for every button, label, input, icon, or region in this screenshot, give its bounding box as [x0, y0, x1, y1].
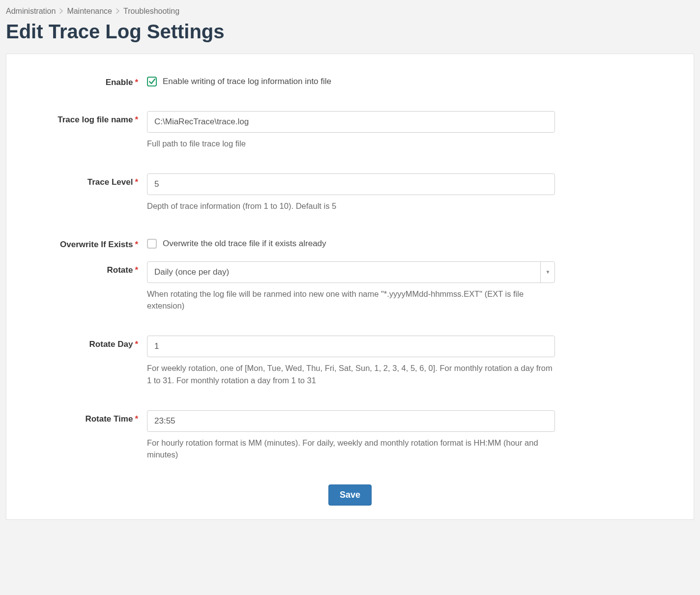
breadcrumb-troubleshooting[interactable]: Troubleshooting — [123, 7, 179, 16]
page-title: Edit Trace Log Settings — [6, 21, 694, 43]
chevron-right-icon — [116, 7, 119, 15]
rotate-time-help: For hourly rotation format is MM (minute… — [147, 437, 555, 461]
label-overwrite: Overwrite If Exists* — [19, 236, 147, 250]
trace-level-help: Depth of trace information (from 1 to 10… — [147, 200, 555, 212]
enable-checkbox[interactable] — [147, 77, 157, 86]
rotate-help: When rotating the log file will be ranme… — [147, 288, 555, 312]
enable-checkbox-label: Enable writing of trace log information … — [163, 77, 331, 86]
overwrite-checkbox-label: Overwrite the old trace file if it exist… — [163, 239, 326, 249]
label-rotate-day: Rotate Day* — [19, 336, 147, 349]
rotate-select[interactable]: Daily (once per day) — [147, 261, 555, 283]
trace-level-input[interactable] — [147, 173, 555, 195]
rotate-day-input[interactable] — [147, 336, 555, 357]
overwrite-checkbox[interactable] — [147, 239, 157, 249]
breadcrumb: Administration Maintenance Troubleshooti… — [6, 7, 694, 16]
trace-file-help: Full path to file trace log file — [147, 138, 555, 150]
trace-file-input[interactable] — [147, 111, 555, 133]
save-button[interactable]: Save — [328, 484, 372, 506]
rotate-select-value: Daily (once per day) — [154, 267, 229, 277]
breadcrumb-maintenance[interactable]: Maintenance — [67, 7, 112, 16]
label-rotate: Rotate* — [19, 261, 147, 275]
label-rotate-time: Rotate Time* — [19, 410, 147, 424]
rotate-day-help: For weekly rotation, one of [Mon, Tue, W… — [147, 362, 555, 387]
label-trace-file: Trace log file name* — [19, 111, 147, 125]
label-trace-level: Trace Level* — [19, 173, 147, 187]
breadcrumb-administration[interactable]: Administration — [6, 7, 56, 16]
label-enable: Enable* — [19, 74, 147, 87]
rotate-time-input[interactable] — [147, 410, 555, 432]
checkmark-icon — [148, 78, 155, 85]
form-panel: Enable* Enable writing of trace log info… — [6, 54, 694, 520]
chevron-right-icon — [59, 7, 63, 15]
